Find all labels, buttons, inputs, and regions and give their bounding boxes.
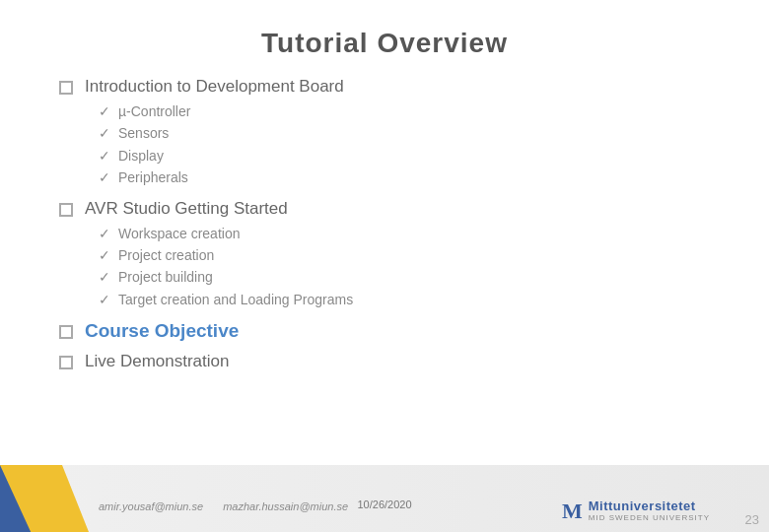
section-course: Course Objective — [59, 320, 710, 342]
slide-title: Tutorial Overview — [261, 28, 508, 58]
list-item: ✓ Sensors — [99, 122, 710, 144]
page-number: 23 — [745, 512, 759, 527]
check-icon: ✓ — [99, 100, 110, 122]
check-icon: ✓ — [99, 166, 110, 188]
list-item: ✓ Display — [99, 145, 710, 166]
slide: Tutorial Overview Introduction to Develo… — [0, 0, 769, 532]
footer-logo: M Mittuniversitetet MID SWEDEN UNIVERSIT… — [562, 499, 710, 524]
footer: amir.yousaf@miun.se mazhar.hussain@miun.… — [0, 465, 769, 532]
footer-email1: amir.yousaf@miun.se — [99, 500, 203, 512]
content-area: Introduction to Development Board ✓ µ-Co… — [0, 77, 769, 371]
subitem-text: Display — [118, 145, 164, 166]
list-item: ✓ Project creation — [99, 244, 710, 266]
list-item: ✓ Peripherals — [99, 166, 710, 188]
check-icon: ✓ — [99, 289, 110, 310]
logo-box: M Mittuniversitetet MID SWEDEN UNIVERSIT… — [562, 499, 710, 524]
section-intro: Introduction to Development Board ✓ µ-Co… — [59, 77, 710, 189]
bullet-square-intro — [59, 81, 73, 95]
section-intro-subitems: ✓ µ-Controller ✓ Sensors ✓ Display ✓ Per… — [59, 100, 710, 189]
bullet-square-course — [59, 325, 73, 339]
section-intro-title: Introduction to Development Board — [85, 77, 344, 97]
footer-email2: mazhar.hussain@miun.se — [223, 500, 348, 512]
footer-date: 10/26/2020 — [357, 499, 411, 510]
section-course-header: Course Objective — [59, 320, 710, 342]
section-avr-title: AVR Studio Getting Started — [85, 199, 288, 219]
subitem-text: Peripherals — [118, 166, 188, 188]
check-icon: ✓ — [99, 244, 110, 266]
logo-name: Mittuniversitetet — [589, 499, 710, 513]
list-item: ✓ Workspace creation — [99, 223, 710, 244]
section-live: Live Demonstration — [59, 352, 710, 371]
subitem-text: Target creation and Loading Programs — [118, 289, 353, 310]
section-live-title: Live Demonstration — [85, 352, 229, 371]
section-avr-header: AVR Studio Getting Started — [59, 199, 710, 219]
logo-tagline: MID SWEDEN UNIVERSITY — [589, 514, 710, 523]
subitem-text: Workspace creation — [118, 223, 240, 244]
section-avr-subitems: ✓ Workspace creation ✓ Project creation … — [59, 223, 710, 311]
check-icon: ✓ — [99, 266, 110, 288]
footer-emails: amir.yousaf@miun.se mazhar.hussain@miun.… — [99, 500, 348, 512]
logo-text: Mittuniversitetet MID SWEDEN UNIVERSITY — [589, 499, 710, 522]
subitem-text: µ-Controller — [118, 100, 190, 122]
section-course-title: Course Objective — [85, 320, 239, 342]
section-avr: AVR Studio Getting Started ✓ Workspace c… — [59, 199, 710, 311]
list-item: ✓ µ-Controller — [99, 100, 710, 122]
list-item: ✓ Target creation and Loading Programs — [99, 289, 710, 310]
check-icon: ✓ — [99, 145, 110, 166]
title-area: Tutorial Overview — [0, 0, 769, 77]
section-live-header: Live Demonstration — [59, 352, 710, 371]
logo-letter: M — [562, 499, 583, 524]
subitem-text: Sensors — [118, 122, 169, 144]
check-icon: ✓ — [99, 223, 110, 244]
check-icon: ✓ — [99, 122, 110, 144]
bullet-square-avr — [59, 203, 73, 217]
bullet-square-live — [59, 356, 73, 369]
list-item: ✓ Project building — [99, 266, 710, 288]
subitem-text: Project creation — [118, 244, 214, 266]
subitem-text: Project building — [118, 266, 213, 288]
section-intro-header: Introduction to Development Board — [59, 77, 710, 97]
